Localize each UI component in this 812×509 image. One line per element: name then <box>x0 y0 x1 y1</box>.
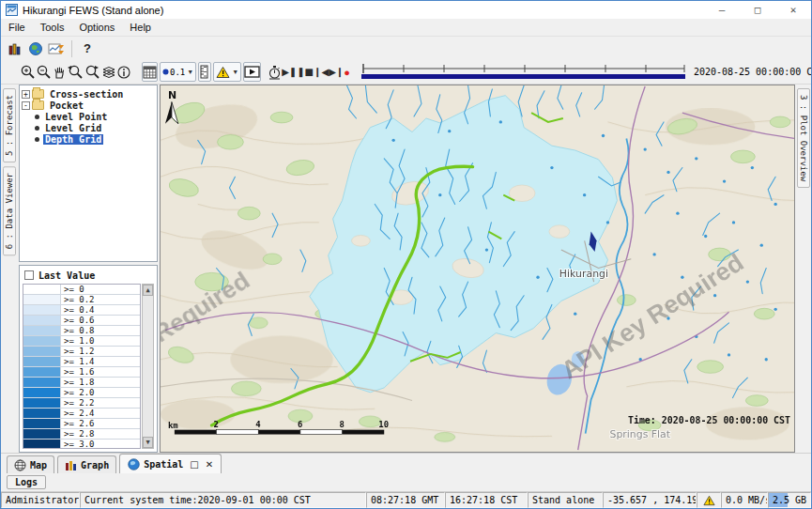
legend-row-label: >= 0 <box>61 285 84 294</box>
grid-display-icon[interactable] <box>142 62 158 82</box>
legend-row[interactable]: >= 1.6 <box>23 367 140 378</box>
last-value-row[interactable]: Last Value <box>23 269 154 282</box>
main-toolbar: ? <box>1 37 811 60</box>
legend-row[interactable]: >= 1.0 <box>23 336 140 347</box>
collapse-icon[interactable]: - <box>22 101 30 110</box>
folder-icon <box>32 89 44 99</box>
legend-row[interactable]: >= 2.8 <box>23 429 140 440</box>
legend-row[interactable]: >= 1.4 <box>23 357 140 367</box>
tree-item-pocket[interactable]: - Pocket <box>22 100 155 111</box>
timeline-slider[interactable] <box>360 62 688 83</box>
scale-legend-icon[interactable] <box>198 62 211 82</box>
legend-color-swatch <box>23 398 61 408</box>
legend-row[interactable]: >= 0.4 <box>23 305 140 316</box>
place-label: Springs Flat <box>609 429 670 441</box>
help-button[interactable]: ? <box>77 39 98 58</box>
status-warning-cell[interactable] <box>697 492 721 508</box>
timeseries-icon[interactable] <box>46 39 67 58</box>
zoom-in-icon[interactable] <box>20 62 36 82</box>
legend-row-label: >= 2.2 <box>61 398 95 408</box>
animation-player-icon[interactable] <box>243 62 261 82</box>
tab-graph[interactable]: Graph <box>57 455 116 473</box>
legend-row[interactable]: >= 2.0 <box>23 388 140 398</box>
tab-spatial[interactable]: Spatial □ ✕ <box>119 454 222 473</box>
legend-color-swatch <box>23 357 61 366</box>
zoom-previous-icon[interactable] <box>67 62 84 82</box>
map-time-label: Time: 2020-08-25 00:00:00 CST <box>628 415 790 425</box>
expand-icon[interactable]: + <box>22 90 30 99</box>
zoom-next-icon[interactable] <box>84 62 100 82</box>
stopwatch-icon[interactable] <box>268 62 282 82</box>
legend-row[interactable]: >= 0.8 <box>23 326 140 336</box>
legend-row[interactable]: >= 0.6 <box>23 316 140 326</box>
status-user: Administrator <box>1 492 80 508</box>
legend-row[interactable]: >= 2.6 <box>23 419 140 429</box>
close-button[interactable]: ✕ <box>775 1 811 19</box>
logs-button[interactable]: Logs <box>7 475 46 489</box>
legend-row-label: >= 0.6 <box>61 316 95 325</box>
legend-scrollbar[interactable]: ▲ ▼ <box>142 284 154 449</box>
legend-color-swatch <box>23 419 61 428</box>
legend-color-swatch <box>23 429 61 439</box>
svg-text:6: 6 <box>298 420 302 429</box>
legend-color-swatch <box>23 316 61 325</box>
node-bullet-icon <box>35 137 39 142</box>
scroll-up-icon[interactable]: ▲ <box>143 285 153 296</box>
legend-color-swatch <box>23 409 61 418</box>
tree-item-cross-section[interactable]: + Cross-section <box>22 88 155 100</box>
database-icon[interactable] <box>5 39 25 58</box>
scroll-track[interactable] <box>143 296 153 437</box>
legend-row[interactable]: >= 0.2 <box>23 295 140 305</box>
info-icon[interactable] <box>116 62 131 82</box>
tree-label: Cross-section <box>48 89 125 100</box>
tab-forecast[interactable]: 5 : Forecast <box>3 88 16 162</box>
tab-map[interactable]: Map <box>7 455 54 473</box>
legend-row[interactable]: >= 1.8 <box>23 378 140 388</box>
warning-dropdown[interactable]: ▼ <box>213 62 241 82</box>
pause-button[interactable]: ❚❚ <box>289 62 305 82</box>
stop-button[interactable]: ■ <box>305 62 314 82</box>
map-view[interactable]: API Key Required API Key Required Hikura… <box>160 85 795 453</box>
logs-row: Logs <box>1 473 811 491</box>
maximize-tab-icon[interactable]: □ <box>190 459 198 470</box>
tab-data-viewer[interactable]: 6 : Data Viewer <box>3 166 16 255</box>
pan-hand-icon[interactable] <box>52 62 67 82</box>
record-button[interactable]: ● <box>344 62 350 82</box>
legend-panel: Last Value >= 0>= 0.2>= 0.4>= 0.6>= 0.8>… <box>19 265 158 453</box>
legend-row-label: >= 3.0 <box>61 440 95 449</box>
play-button[interactable]: ▶ <box>282 62 289 82</box>
legend-row[interactable]: >= 2.4 <box>23 409 140 419</box>
zoom-out-icon[interactable] <box>36 62 52 82</box>
tree-item-level-point[interactable]: Level Point <box>22 111 155 122</box>
chevron-down-icon: ▼ <box>187 69 193 75</box>
tab-plot-overview[interactable]: 3 : Plot Overview <box>797 88 810 188</box>
globe-icon[interactable] <box>25 39 46 58</box>
tree-item-level-grid[interactable]: Level Grid <box>22 122 155 133</box>
bottom-tab-bar: Map Graph Spatial □ ✕ <box>1 453 811 473</box>
legend-row[interactable]: >= 0 <box>23 285 140 295</box>
legend-color-swatch <box>23 378 61 387</box>
menu-file[interactable]: File <box>7 20 33 35</box>
window-title: Hikurangi FEWS (Stand alone) <box>23 5 163 16</box>
tree-item-depth-grid[interactable]: Depth Grid <box>22 133 155 145</box>
legend-row[interactable]: >= 3.0 <box>23 440 140 449</box>
maximize-button[interactable]: □ <box>740 1 775 19</box>
status-mode: Stand alone <box>528 492 603 508</box>
step-back-button[interactable]: ❙◀ <box>314 62 329 82</box>
menu-help[interactable]: Help <box>128 20 159 35</box>
status-bar: Administrator Current system time:2020-0… <box>1 491 811 508</box>
menu-tools[interactable]: Tools <box>38 20 72 35</box>
spatial-globe-icon <box>128 458 140 470</box>
svg-text:8: 8 <box>340 420 345 429</box>
minimize-button[interactable]: — <box>704 1 740 19</box>
scroll-down-icon[interactable]: ▼ <box>143 437 153 448</box>
contour-dropdown[interactable]: 0.1 ▼ <box>160 62 196 82</box>
close-tab-icon[interactable]: ✕ <box>206 459 213 470</box>
menu-options[interactable]: Options <box>77 20 122 35</box>
step-forward-button[interactable]: ▶❙ <box>329 62 344 82</box>
legend-row[interactable]: >= 2.2 <box>23 398 140 409</box>
svg-text:10: 10 <box>378 420 389 429</box>
legend-row[interactable]: >= 1.2 <box>23 347 140 357</box>
layers-icon[interactable] <box>100 62 116 82</box>
last-value-checkbox[interactable] <box>24 270 34 280</box>
